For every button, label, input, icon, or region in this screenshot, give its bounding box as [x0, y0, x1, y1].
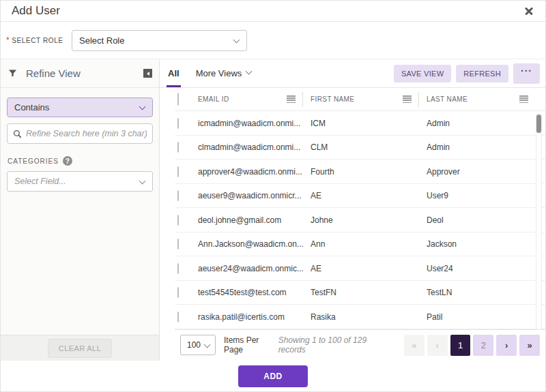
cell-email-id: approver4@waadicm.onmi... [198, 167, 303, 177]
categories-label: CATEGORIES [8, 157, 59, 165]
column-label-email: EMAIL ID [198, 95, 287, 103]
table-row[interactable]: aeuser24@waadicm.onmic... AE User24 [175, 256, 545, 281]
tab-all-label: All [168, 68, 179, 78]
row-checkbox[interactable] [177, 312, 179, 322]
add-user-dialog: Add User *SELECT ROLE Select Role Refine… [0, 0, 546, 392]
vertical-scrollbar[interactable] [536, 113, 542, 330]
required-asterisk: * [6, 35, 10, 45]
search-icon [13, 130, 22, 138]
cell-first-name: TestFN [303, 288, 419, 297]
operator-value: Contains [14, 102, 49, 112]
table-row[interactable]: approver4@waadicm.onmi... Fourth Approve… [175, 160, 545, 184]
categories-row: CATEGORIES ? [8, 156, 153, 166]
add-button[interactable]: ADD [238, 365, 308, 387]
cell-last-name: Admin [419, 119, 535, 128]
sidebar-footer: CLEAR ALL [1, 335, 159, 361]
cell-last-name: User9 [419, 191, 535, 200]
table-row[interactable]: icmadmin@waadicm.onmi... ICM Admin [175, 111, 545, 136]
table-body: icmadmin@waadicm.onmi... ICM Admin clmad… [175, 111, 545, 329]
row-checkbox[interactable] [177, 287, 179, 298]
table-row[interactable]: deol.johne@gmail.com Johne Deol [175, 208, 545, 232]
column-label-first-name: FIRST NAME [311, 95, 403, 103]
last-page-button[interactable]: » [519, 335, 540, 356]
cell-first-name: Fourth [303, 167, 419, 177]
collapse-panel-icon[interactable] [143, 69, 152, 78]
refine-view-header: Refine View [1, 59, 159, 88]
refresh-button[interactable]: REFRESH [456, 65, 508, 82]
dialog-header: Add User [1, 1, 545, 22]
refine-view-title: Refine View [26, 67, 143, 79]
page-title: Add User [12, 4, 60, 18]
select-role-dropdown[interactable]: Select Role [72, 30, 247, 51]
chevron-down-icon [233, 36, 240, 43]
sidebar-spacer [1, 192, 159, 335]
row-checkbox[interactable] [177, 142, 179, 153]
next-page-button[interactable]: › [496, 335, 517, 356]
scrollbar-thumb[interactable] [536, 115, 541, 133]
operator-dropdown[interactable]: Contains [7, 97, 153, 117]
clear-all-button[interactable]: CLEAR ALL [48, 339, 112, 358]
cell-email-id: aeuser24@waadicm.onmic... [198, 264, 303, 273]
cell-last-name: Deol [419, 215, 535, 225]
column-menu-icon[interactable] [519, 95, 528, 103]
cell-last-name: TestLN [419, 288, 535, 297]
views-toolbar: All More Views SAVE VIEW REFRESH ··· [160, 59, 545, 88]
page-button-2[interactable]: 2 [473, 335, 493, 356]
row-checkbox[interactable] [177, 239, 179, 250]
results-panel: All More Views SAVE VIEW REFRESH ··· EMA… [160, 59, 545, 361]
cell-first-name: AE [303, 191, 419, 200]
more-options-button[interactable]: ··· [513, 63, 540, 84]
row-checkbox[interactable] [177, 215, 179, 226]
cell-email-id: rasika.patil@icertis.com [198, 312, 303, 322]
column-label-last-name: LAST NAME [427, 95, 519, 103]
cell-last-name: Admin [419, 142, 535, 152]
first-page-button[interactable]: « [404, 335, 425, 356]
items-per-page-label: Items Per Page [224, 335, 278, 355]
cell-last-name: User24 [419, 264, 535, 273]
tab-all[interactable]: All [160, 59, 188, 87]
help-icon[interactable]: ? [63, 156, 72, 166]
cell-email-id: test54545test@test.com [198, 288, 303, 297]
column-header-email: EMAIL ID [198, 92, 303, 107]
cell-first-name: AE [303, 264, 419, 273]
table-header-row: EMAIL ID FIRST NAME LAST NAME [175, 88, 545, 111]
column-menu-icon[interactable] [287, 95, 296, 103]
items-per-page-value: 100 [187, 340, 201, 350]
table-row[interactable]: clmadmin@waadicm.onmi... CLM Admin [175, 136, 545, 160]
table-row[interactable]: aeuser9@waadicm.onmicr... AE User9 [175, 184, 545, 209]
cell-email-id: clmadmin@waadicm.onmi... [198, 142, 303, 152]
save-view-button[interactable]: SAVE VIEW [394, 65, 451, 82]
row-checkbox[interactable] [177, 263, 179, 274]
tab-more-views[interactable]: More Views [188, 59, 260, 87]
row-checkbox[interactable] [177, 118, 179, 129]
prev-page-button[interactable]: ‹ [427, 335, 448, 356]
cell-email-id: icmadmin@waadicm.onmi... [198, 119, 303, 128]
pagination-bar: 100 Items Per Page Showing 1 to 100 of 1… [175, 329, 545, 361]
row-checkbox[interactable] [177, 190, 179, 201]
category-field-dropdown[interactable]: Select Field... [7, 171, 153, 192]
cell-last-name: Patil [419, 312, 535, 322]
column-header-last-name: LAST NAME [419, 92, 535, 107]
row-checkbox[interactable] [177, 166, 179, 177]
refine-view-panel: Refine View Contains CATEGORIES ? Select [1, 59, 160, 361]
select-role-row: *SELECT ROLE Select Role [1, 22, 545, 59]
column-menu-icon[interactable] [403, 95, 412, 103]
cell-first-name: Ann [303, 239, 419, 249]
dialog-footer: ADD [1, 361, 545, 391]
table-row[interactable]: rasika.patil@icertis.com Rasika Patil [175, 305, 545, 329]
users-table: EMAIL ID FIRST NAME LAST NAME [160, 88, 545, 361]
items-per-page-dropdown[interactable]: 100 [180, 335, 216, 355]
cell-last-name: Jackson [419, 239, 535, 249]
tab-more-views-label: More Views [196, 68, 242, 78]
table-row[interactable]: test54545test@test.com TestFN TestLN [175, 281, 545, 305]
cell-first-name: CLM [303, 142, 419, 152]
table-row[interactable]: Ann.Jackson@waadicm.on... Ann Jackson [175, 232, 545, 257]
cell-email-id: deol.johne@gmail.com [198, 215, 303, 225]
chevron-down-icon [204, 342, 211, 348]
cell-email-id: Ann.Jackson@waadicm.on... [198, 239, 303, 249]
close-icon[interactable] [523, 5, 534, 16]
refine-search-input[interactable] [26, 129, 147, 138]
category-field-placeholder: Select Field... [14, 177, 66, 186]
page-button-1[interactable]: 1 [450, 335, 471, 356]
select-all-checkbox[interactable] [177, 93, 179, 106]
